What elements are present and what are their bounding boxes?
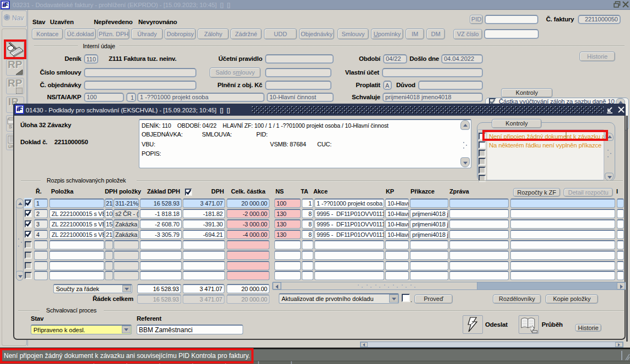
- svg-text:S: S: [9, 124, 12, 129]
